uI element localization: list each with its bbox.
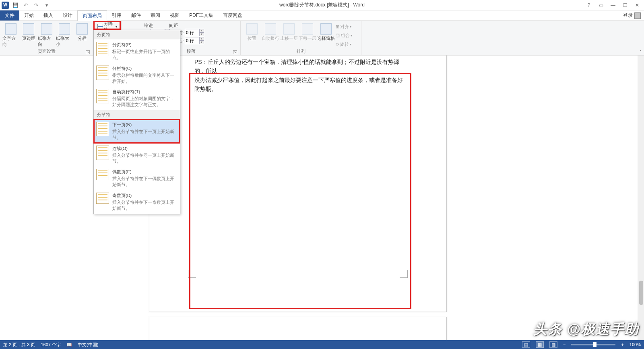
dd-text-wrapping-break[interactable]: 自动换行符(T)分隔网页上的对象周围的文字，如分隔题注文字与正文。 [94, 86, 180, 110]
dd-page-break[interactable]: 分页符(P)标记一页终止并开始下一页的点。 [94, 39, 180, 63]
page-setup-dialog-launcher[interactable]: ↘ [86, 50, 90, 54]
column-break-icon [96, 66, 109, 80]
window-title: word删除分节符.docx [兼容模式] - Word [279, 2, 365, 8]
tab-page-layout[interactable]: 页面布局 [77, 10, 107, 21]
help-button[interactable]: ? [584, 1, 593, 10]
spacing-after-field[interactable]: ▲▼ [185, 37, 204, 44]
bring-forward-icon [283, 23, 295, 35]
dd-header-page-breaks: 分页符 [94, 30, 180, 39]
tab-mailings[interactable]: 邮件 [126, 10, 146, 21]
dd-even-page[interactable]: 偶数页(E)插入分节符并在下一偶数页上开始新节。 [94, 166, 180, 190]
page-status[interactable]: 第 2 页，共 3 页 [3, 342, 35, 348]
orientation-icon [41, 23, 52, 35]
status-bar: 第 2 页，共 3 页 1607 个字 📖 中文(中国) ▤ ▦ ▥ − + 1… [0, 340, 644, 349]
ribbon-options-button[interactable]: ▭ [597, 1, 605, 10]
wrap-text-button: 自动换行 [262, 22, 279, 41]
minimize-button[interactable]: — [609, 1, 617, 10]
tab-insert[interactable]: 插入 [39, 10, 58, 21]
undo-button[interactable]: ↶ [22, 1, 30, 9]
avatar-icon [634, 12, 641, 19]
tab-view[interactable]: 视图 [165, 10, 184, 21]
zoom-slider[interactable] [571, 344, 615, 345]
text-direction-icon [5, 23, 17, 35]
restore-button[interactable]: ❐ [621, 1, 630, 10]
redo-button[interactable]: ↷ [32, 1, 40, 9]
group-button: ⿴组合▾ [336, 31, 352, 39]
rotate-button: ⟳旋转▾ [336, 40, 352, 48]
annotation-box [189, 73, 411, 309]
text-wrap-break-icon [96, 89, 109, 103]
arrange-group-label: 排列 [243, 48, 359, 55]
collapse-ribbon-button[interactable]: ˄ [640, 50, 642, 54]
tab-baidu[interactable]: 百度网盘 [218, 10, 247, 21]
tab-pdf-tools[interactable]: PDF工具集 [184, 10, 218, 21]
send-backward-icon [302, 23, 313, 35]
tab-review[interactable]: 审阅 [146, 10, 165, 21]
proofing-icon[interactable]: 📖 [66, 342, 72, 347]
language-status[interactable]: 中文(中国) [78, 342, 98, 348]
dd-continuous[interactable]: 连续(O)插入分节符并在同一页上开始新节。 [94, 143, 180, 167]
tab-home[interactable]: 开始 [19, 10, 39, 21]
size-button[interactable]: 纸张大小 [56, 22, 73, 47]
text-direction-button[interactable]: 文字方向 [2, 22, 19, 47]
save-button[interactable]: 💾 [11, 1, 19, 9]
breaks-icon [97, 24, 103, 29]
print-layout-button[interactable]: ▦ [536, 341, 544, 348]
even-page-icon [96, 169, 109, 180]
title-bar: W 💾 ↶ ↷ ▾ word删除分节符.docx [兼容模式] - Word ?… [0, 0, 644, 10]
odd-page-icon [96, 193, 109, 204]
page-setup-group-label: 页面设置↘ [2, 48, 91, 55]
scrollbar-thumb[interactable] [639, 281, 643, 305]
page-break-icon [96, 42, 109, 56]
indent-label: 缩进 [144, 23, 153, 29]
continuous-icon [96, 146, 109, 160]
align-button: ⊞对齐▾ [336, 23, 352, 31]
close-button[interactable]: ✕ [633, 1, 642, 10]
margins-button[interactable]: 页边距 [20, 22, 37, 41]
zoom-out-button[interactable]: − [563, 342, 566, 347]
word-app-icon: W [2, 2, 9, 9]
dd-next-page[interactable]: 下一页(N)插入分节符并在下一页上开始新节。 [94, 119, 180, 143]
page-2[interactable]: ⌐ [149, 317, 447, 340]
login-label: 登录 [623, 12, 633, 19]
login-button[interactable]: 登录 [620, 10, 644, 21]
web-layout-button[interactable]: ▥ [549, 341, 557, 348]
selection-pane-button[interactable]: 选择窗格 [317, 22, 335, 41]
watermark: 头条 @极速手助 [533, 320, 639, 339]
breaks-dropdown: 分页符 分页符(P)标记一页终止并开始下一页的点。 分栏符(C)指示分栏符后面的… [93, 30, 180, 214]
tab-file[interactable]: 文件 [0, 10, 19, 21]
dd-header-section-breaks: 分节符 [94, 110, 180, 119]
tab-design[interactable]: 设计 [58, 10, 77, 21]
orientation-button[interactable]: 纸张方向 [38, 22, 55, 47]
word-count[interactable]: 1607 个字 [41, 342, 61, 348]
qat-more-button[interactable]: ▾ [43, 1, 51, 9]
dd-column-break[interactable]: 分栏符(C)指示分栏符后面的文字将从下一栏开始。 [94, 63, 180, 87]
zoom-level[interactable]: 100% [630, 342, 641, 347]
read-mode-button[interactable]: ▤ [522, 341, 530, 348]
vertical-scrollbar[interactable] [638, 55, 644, 340]
position-button: 位置 [243, 22, 261, 41]
position-icon [246, 23, 258, 35]
breaks-button[interactable]: 分隔符▾ [96, 23, 119, 31]
columns-icon [76, 23, 88, 35]
next-page-icon [96, 122, 109, 136]
wrap-icon [265, 23, 276, 35]
send-backward-button: 下移一层 [299, 22, 316, 41]
spacing-label: 间距 [169, 23, 178, 29]
page-size-icon [59, 23, 70, 35]
bring-forward-button: 上移一层 [280, 22, 298, 41]
zoom-in-button[interactable]: + [621, 342, 623, 347]
tab-references[interactable]: 引用 [107, 10, 126, 21]
paragraph-dialog-launcher[interactable]: ↘ [233, 50, 237, 54]
dd-odd-page[interactable]: 奇数页(D)插入分节符并在下一奇数页上开始新节。 [94, 190, 180, 214]
margins-icon [23, 23, 34, 35]
spacing-before-field[interactable]: ▲▼ [185, 29, 204, 36]
ribbon-tabs: 文件 开始 插入 设计 页面布局 引用 邮件 审阅 视图 PDF工具集 百度网盘… [0, 10, 644, 21]
selection-pane-icon [320, 23, 332, 35]
columns-button[interactable]: 分栏 [74, 22, 91, 41]
